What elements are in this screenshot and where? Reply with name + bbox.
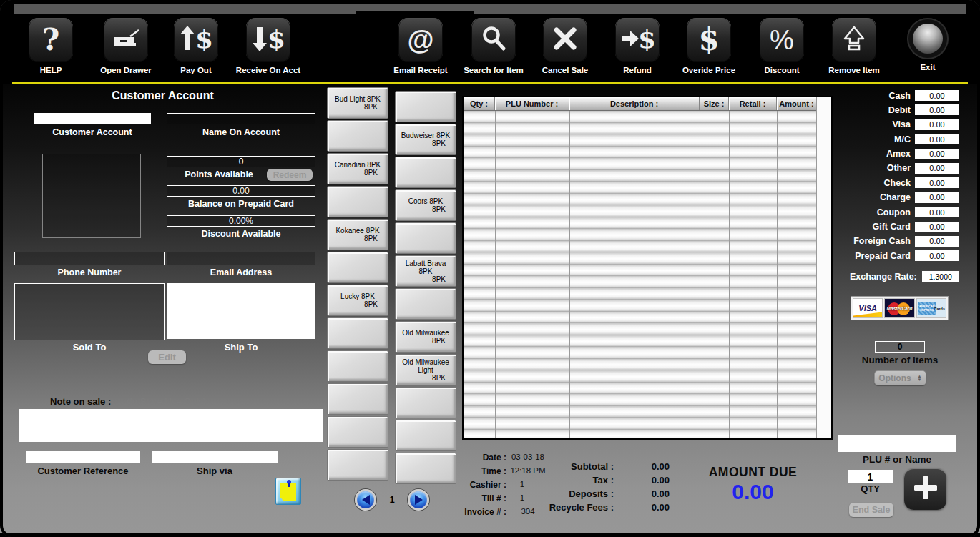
- customer-reference-input[interactable]: [26, 451, 140, 463]
- product-button-empty[interactable]: [327, 350, 388, 382]
- table-row: [464, 158, 817, 170]
- product-button[interactable]: Canadian 8PK8PK: [327, 153, 388, 184]
- product-button-empty[interactable]: [395, 222, 456, 254]
- options-label: Options: [875, 373, 915, 383]
- product-button-empty[interactable]: [395, 91, 456, 122]
- note-on-sale-label: Note on sale :: [50, 396, 111, 407]
- product-button-empty[interactable]: [395, 387, 456, 418]
- prepaid-balance-input[interactable]: 0.00: [167, 185, 315, 197]
- product-button-empty[interactable]: [327, 383, 388, 415]
- redeem-button[interactable]: Redeem: [267, 169, 313, 181]
- payment-amount-input[interactable]: 0.00: [915, 236, 959, 247]
- remove-item-button[interactable]: Remove Item: [811, 18, 897, 74]
- cashier-label: Cashier :: [456, 480, 506, 490]
- arrow-right-dollar-icon: $: [621, 24, 654, 56]
- email-address-label: Email Address: [167, 267, 315, 277]
- product-button-empty[interactable]: [395, 288, 456, 320]
- product-button[interactable]: Old Milwaukee8PK: [395, 321, 456, 353]
- payment-amount-input[interactable]: 0.00: [915, 222, 959, 232]
- help-button[interactable]: ? HELP: [8, 18, 94, 74]
- ship-via-input[interactable]: [152, 451, 278, 463]
- name-on-account-input[interactable]: [167, 113, 315, 124]
- deposits-value: 0.00: [615, 488, 670, 499]
- options-dropdown[interactable]: Options ▲▼: [874, 370, 926, 385]
- end-sale-button[interactable]: End Sale: [849, 503, 893, 517]
- product-button[interactable]: Budweiser 8PK8PK: [395, 124, 456, 155]
- product-button-empty[interactable]: [395, 420, 456, 451]
- product-button[interactable]: Lucky 8PK8PK: [327, 285, 388, 316]
- search-icon: [480, 25, 507, 55]
- payment-amount-input[interactable]: 0.00: [915, 119, 959, 130]
- discount-available-input[interactable]: 0.00%: [167, 215, 315, 227]
- plu-or-name-label: PLU # or Name: [840, 454, 954, 465]
- add-item-button[interactable]: [904, 468, 946, 510]
- payment-amount-input[interactable]: 0.00: [915, 90, 959, 101]
- product-button-empty[interactable]: [327, 416, 388, 448]
- prev-page-button[interactable]: [355, 489, 376, 511]
- product-button[interactable]: Bud Light 8PK8PK: [327, 87, 388, 119]
- x-icon: [552, 25, 579, 55]
- table-row: [464, 134, 817, 147]
- table-row: [464, 194, 817, 206]
- product-button[interactable]: Coors 8PK8PK: [395, 189, 456, 221]
- payment-label: Foreign Cash: [853, 236, 911, 246]
- amount-due-label: AMOUNT DUE: [697, 465, 808, 480]
- date-label: Date :: [456, 453, 506, 463]
- till-label: Till # :: [456, 493, 506, 503]
- toolbar-divider: [12, 82, 968, 84]
- payment-label: Check: [883, 178, 911, 188]
- next-page-button[interactable]: [408, 489, 429, 511]
- customer-account-input[interactable]: [34, 113, 151, 124]
- customer-photo-box: [42, 154, 141, 238]
- payment-row: Debit0.00: [888, 104, 959, 115]
- payment-amount-input[interactable]: 0.00: [915, 134, 959, 144]
- sold-to-textarea[interactable]: [14, 283, 165, 340]
- exit-button[interactable]: Exit: [885, 18, 971, 72]
- titlebar-shoulder-left: [14, 11, 356, 14]
- product-button[interactable]: Labatt Brava 8PK8PK: [395, 255, 456, 287]
- note-on-sale-textarea[interactable]: [19, 409, 323, 442]
- payment-row: Coupon0.00: [877, 207, 959, 217]
- titlebar: [14, 4, 966, 11]
- payment-amount-input[interactable]: 0.00: [915, 250, 959, 261]
- payment-amount-input[interactable]: 0.00: [915, 207, 959, 217]
- payment-label: Gift Card: [873, 222, 911, 232]
- product-column-1: Bud Light 8PK8PKCanadian 8PK8PKKokanee 8…: [327, 87, 388, 482]
- email-address-input[interactable]: [167, 252, 315, 265]
- ship-to-textarea[interactable]: [167, 283, 315, 339]
- payment-amount-input[interactable]: 0.00: [915, 149, 959, 159]
- product-button-empty[interactable]: [327, 120, 388, 152]
- qty-input[interactable]: 1: [848, 470, 893, 483]
- product-size: 8PK: [399, 205, 452, 213]
- points-available-input[interactable]: 0: [167, 156, 315, 167]
- product-button[interactable]: Kokanee 8PK8PK: [327, 219, 388, 250]
- exchange-rate-input[interactable]: 1.3000: [921, 270, 960, 282]
- payment-amount-input[interactable]: 0.00: [915, 163, 959, 174]
- payment-amount-input[interactable]: 0.00: [915, 177, 959, 188]
- payment-amount-input[interactable]: 0.00: [915, 104, 959, 115]
- product-button-empty[interactable]: [327, 317, 388, 349]
- number-of-items-input[interactable]: 0: [875, 341, 925, 353]
- phone-number-input[interactable]: [14, 252, 165, 265]
- product-button-empty[interactable]: [327, 449, 388, 481]
- column-header-plu: PLU Number :: [495, 97, 569, 110]
- ship-via-label: Ship via: [152, 465, 278, 476]
- product-name: Old Milwaukee Light: [399, 358, 452, 374]
- payment-row: Foreign Cash0.00: [853, 236, 959, 247]
- deposits-label: Deposits :: [529, 488, 614, 499]
- payment-row: Prepaid Card0.00: [855, 250, 959, 261]
- plu-or-name-input[interactable]: [838, 435, 956, 452]
- payment-amount-input[interactable]: 0.00: [915, 192, 959, 203]
- name-on-account-label: Name On Account: [167, 127, 315, 137]
- product-button[interactable]: Old Milwaukee Light8PK: [395, 354, 456, 385]
- product-button-empty[interactable]: [327, 186, 388, 217]
- product-button-empty[interactable]: [395, 157, 456, 188]
- product-button-empty[interactable]: [395, 453, 456, 484]
- sticky-note-button[interactable]: [275, 478, 301, 505]
- column-header-qty: Qty :: [464, 97, 495, 110]
- receive-on-acct-button[interactable]: $ Receive On Acct: [225, 18, 311, 74]
- edit-button[interactable]: Edit: [148, 350, 186, 364]
- table-scrollbar[interactable]: [816, 97, 831, 438]
- product-button-empty[interactable]: [327, 252, 388, 283]
- note-hint-label: (In Store Use Only): [127, 396, 206, 407]
